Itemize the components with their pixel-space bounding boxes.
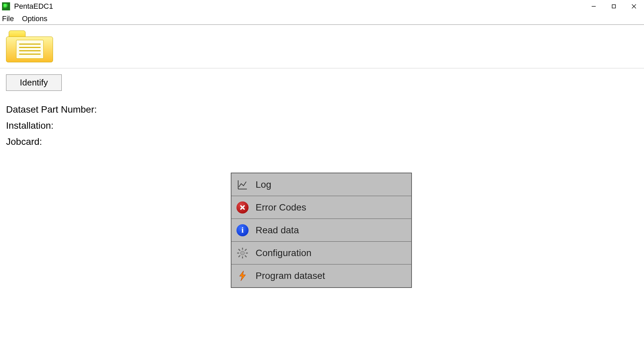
close-icon xyxy=(631,4,637,9)
svg-line-14 xyxy=(238,255,240,257)
jobcard-label: Jobcard: xyxy=(6,136,638,147)
minimize-button[interactable] xyxy=(584,0,604,13)
bolt-icon xyxy=(236,269,249,282)
dataset-part-number-label: Dataset Part Number: xyxy=(6,104,638,115)
error-icon xyxy=(236,201,249,214)
folder-paper-icon xyxy=(16,40,44,59)
action-program-dataset[interactable]: Program dataset xyxy=(231,264,411,287)
action-log-label: Log xyxy=(256,179,271,190)
action-configuration[interactable]: Configuration xyxy=(231,242,411,264)
menu-file[interactable]: File xyxy=(2,14,14,23)
svg-line-11 xyxy=(238,249,240,251)
info-icon: i xyxy=(236,224,249,237)
app-icon xyxy=(2,2,10,10)
window-controls xyxy=(584,0,644,13)
identify-button[interactable]: Identify xyxy=(6,74,62,91)
svg-line-13 xyxy=(245,249,247,251)
menu-options[interactable]: Options xyxy=(22,14,47,23)
window-title: PentaEDC1 xyxy=(14,2,53,11)
action-error-codes[interactable]: Error Codes xyxy=(231,196,411,219)
action-log[interactable]: Log xyxy=(231,173,411,196)
action-program-dataset-label: Program dataset xyxy=(256,270,325,281)
action-menu: Log Error Codes i Read data xyxy=(231,173,412,288)
svg-rect-1 xyxy=(612,5,615,8)
close-button[interactable] xyxy=(624,0,644,13)
maximize-button[interactable] xyxy=(604,0,624,13)
svg-marker-15 xyxy=(239,271,246,281)
gear-icon xyxy=(236,247,249,259)
menubar: File Options xyxy=(0,13,644,25)
svg-point-6 xyxy=(240,251,245,255)
action-read-data[interactable]: i Read data xyxy=(231,219,411,242)
log-icon xyxy=(236,178,249,191)
minimize-icon xyxy=(591,4,596,9)
action-read-data-label: Read data xyxy=(256,225,299,236)
content-area: Identify Dataset Part Number: Installati… xyxy=(0,68,644,159)
installation-label: Installation: xyxy=(6,120,638,131)
svg-line-12 xyxy=(245,255,247,257)
titlebar: PentaEDC1 xyxy=(0,0,644,13)
toolbar xyxy=(0,25,644,68)
action-configuration-label: Configuration xyxy=(256,248,312,258)
maximize-icon xyxy=(611,4,616,9)
open-folder-button[interactable] xyxy=(6,31,53,62)
action-error-codes-label: Error Codes xyxy=(256,202,306,213)
